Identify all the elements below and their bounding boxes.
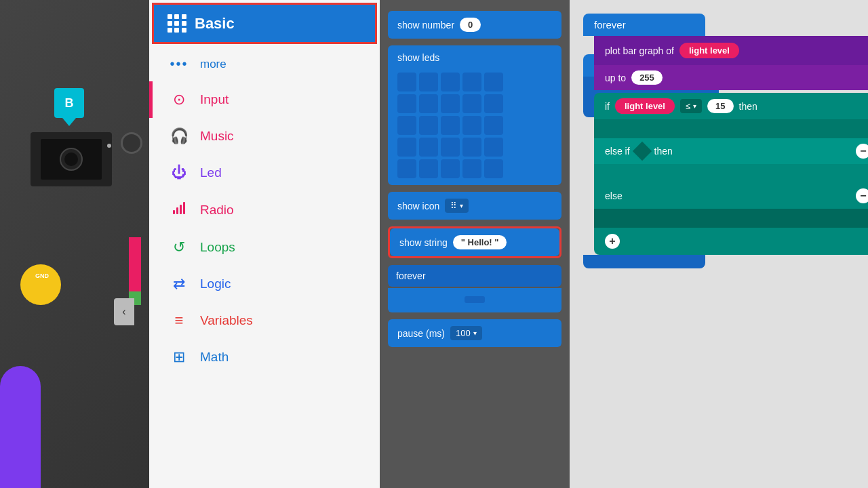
- device-panel: B GND ‹: [0, 0, 149, 488]
- sidebar-item-loops[interactable]: ↺ Loops: [149, 229, 380, 266]
- device-logo: B: [54, 88, 84, 118]
- device-button[interactable]: [121, 132, 142, 154]
- plot-bar-label: plot bar graph of: [605, 45, 674, 56]
- device-yellow-circle: [20, 264, 61, 305]
- pause-label: pause (ms): [397, 328, 445, 339]
- radio-icon: [169, 201, 189, 220]
- device-screen: [31, 132, 112, 186]
- show-icon-label: show icon: [397, 201, 439, 211]
- forever-notch: [465, 296, 485, 303]
- forever-label: forever: [396, 270, 426, 281]
- sidebar-item-input[interactable]: ⊙ Input: [149, 81, 380, 118]
- code-if-container: if light level ≤ ▾ 15 then else if then …: [594, 93, 868, 255]
- operator-arrow: ▾: [693, 102, 696, 110]
- show-number-block[interactable]: show number 0: [388, 11, 561, 39]
- logic-icon: ⇄: [169, 275, 189, 293]
- blocks-panel: show number 0 show leds show icon ⠿ ▾ sh…: [380, 0, 570, 488]
- else-label: else: [605, 190, 623, 201]
- led-grid[interactable]: [397, 73, 503, 178]
- else-minus-btn[interactable]: −: [856, 188, 868, 203]
- sidebar-item-variables[interactable]: ≡ Variables: [149, 302, 380, 339]
- le-operator[interactable]: ≤ ▾: [680, 99, 702, 113]
- svg-rect-3: [176, 207, 178, 214]
- code-else-if-row: else if then −: [594, 138, 868, 164]
- add-branch-btn[interactable]: +: [605, 234, 620, 249]
- if-value[interactable]: 15: [707, 99, 733, 113]
- show-icon-symbol: ⠿: [450, 201, 457, 211]
- pause-value: 100: [456, 328, 471, 338]
- show-leds-block[interactable]: show leds: [388, 45, 561, 185]
- led-icon: ⏻: [169, 164, 189, 182]
- code-if-row: if light level ≤ ▾ 15 then: [594, 93, 868, 119]
- variables-icon: ≡: [169, 312, 189, 329]
- pause-arrow: ▾: [473, 329, 477, 337]
- more-label: more: [200, 58, 226, 71]
- show-number-value[interactable]: 0: [460, 18, 481, 32]
- sidebar-item-radio[interactable]: Radio: [149, 191, 380, 229]
- code-main-blocks: forever plot bar graph of light level up…: [583, 14, 868, 268]
- basic-menu-header[interactable]: Basic: [152, 3, 377, 44]
- gnd-label: GND: [35, 272, 49, 279]
- show-number-label: show number: [397, 20, 454, 30]
- device-screen-inner: [41, 139, 102, 180]
- grid-icon: [167, 14, 186, 33]
- input-icon: ⊙: [169, 91, 189, 108]
- header-label: Basic: [195, 15, 235, 33]
- device-purple-bar: [0, 366, 41, 488]
- svg-point-1: [64, 152, 78, 166]
- show-icon-arrow: ▾: [460, 202, 463, 209]
- show-leds-label: show leds: [397, 52, 439, 63]
- nav-back-button[interactable]: ‹: [114, 298, 134, 325]
- math-label: Math: [200, 350, 229, 365]
- loops-label: Loops: [200, 240, 235, 255]
- show-string-value[interactable]: " Hello! ": [453, 235, 507, 249]
- show-icon-dropdown[interactable]: ⠿ ▾: [445, 199, 469, 213]
- else-if-label: else if: [605, 146, 630, 157]
- code-else-row: else −: [594, 183, 868, 209]
- light-level-pill-1[interactable]: light level: [679, 43, 739, 58]
- music-icon: 🎧: [169, 127, 189, 145]
- logic-label: Logic: [200, 277, 231, 291]
- svg-rect-5: [183, 202, 185, 214]
- svg-rect-4: [180, 205, 182, 214]
- then-label: then: [739, 101, 757, 112]
- show-string-highlight: show string " Hello! ": [388, 226, 561, 258]
- else-if-minus-btn[interactable]: −: [856, 144, 868, 159]
- sidebar-item-music[interactable]: 🎧 Music: [149, 118, 380, 155]
- show-icon-block[interactable]: show icon ⠿ ▾: [388, 192, 561, 220]
- if-label: if: [605, 101, 610, 112]
- led-label: Led: [200, 165, 222, 180]
- upto-label: up to: [605, 73, 626, 83]
- device-dot: [107, 144, 111, 148]
- code-upto-block[interactable]: up to 255: [594, 65, 868, 90]
- code-if-body: [594, 119, 868, 138]
- code-plot-bar-block[interactable]: plot bar graph of light level: [594, 36, 868, 65]
- operator-symbol: ≤: [686, 101, 690, 111]
- sidebar-item-more[interactable]: ••• more: [149, 47, 380, 81]
- sidebar-item-math[interactable]: ⊞ Math: [149, 339, 380, 375]
- sidebar-item-led[interactable]: ⏻ Led: [149, 155, 380, 191]
- sidebar-item-logic[interactable]: ⇄ Logic: [149, 266, 380, 302]
- variables-label: Variables: [200, 313, 253, 328]
- code-panel: forever forever plot bar graph of light …: [570, 0, 868, 488]
- svg-rect-2: [173, 210, 175, 214]
- show-string-label: show string: [399, 237, 448, 248]
- radio-label: Radio: [200, 203, 234, 218]
- else-if-then: then: [654, 146, 673, 157]
- more-icon: •••: [169, 56, 189, 72]
- code-if-footer: +: [594, 228, 868, 255]
- light-level-pill-2[interactable]: light level: [615, 98, 675, 114]
- pause-dropdown[interactable]: 100 ▾: [450, 326, 482, 340]
- music-label: Music: [200, 129, 234, 144]
- loops-icon: ↺: [169, 239, 189, 256]
- forever-block[interactable]: forever: [388, 265, 561, 312]
- else-if-diamond: [632, 142, 651, 161]
- show-string-block[interactable]: show string " Hello! ": [390, 228, 559, 256]
- pause-block[interactable]: pause (ms) 100 ▾: [388, 319, 561, 347]
- code-else-if-body: [594, 164, 868, 183]
- device-pink-bar: [129, 237, 141, 291]
- sidebar: Basic ••• more ⊙ Input 🎧 Music ⏻ Led Rad…: [149, 0, 380, 488]
- code-else-body: [594, 209, 868, 228]
- upto-value[interactable]: 255: [631, 70, 663, 85]
- code-forever-top: forever: [583, 14, 705, 36]
